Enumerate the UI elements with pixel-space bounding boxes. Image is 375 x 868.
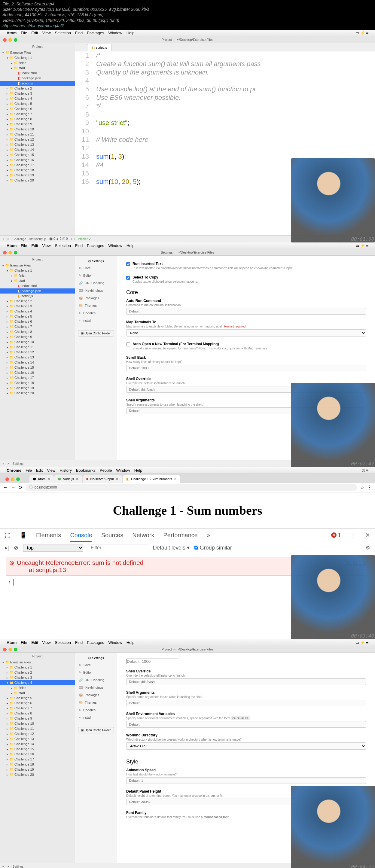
menu-edit[interactable]: Edit xyxy=(31,31,38,35)
tree-folder[interactable]: ▸📁start xyxy=(0,690,75,695)
menu-file[interactable]: File xyxy=(21,31,27,35)
app-name[interactable]: Atom xyxy=(7,640,17,645)
menu-packages[interactable]: Packages xyxy=(87,640,104,645)
tree-folder[interactable]: ▾📁Challenge 1 xyxy=(0,55,75,60)
tree-folder[interactable]: ▸📁Challenge 9 xyxy=(0,334,75,340)
add-terminal-icon[interactable]: + xyxy=(2,865,4,868)
tree-folder[interactable]: ▸📁Challenge 13 xyxy=(0,355,75,360)
nav-editor[interactable]: ✎Editor xyxy=(75,272,117,279)
close-window-icon[interactable] xyxy=(3,38,7,42)
tree-folder[interactable]: ▸📁Challenge 17 xyxy=(0,375,75,380)
input-animation-speed[interactable] xyxy=(126,777,366,784)
tree-folder[interactable]: ▸📁Challenge 6 xyxy=(0,701,75,706)
tree-folder[interactable]: ▸📁Challenge 10 xyxy=(0,127,75,132)
nav-themes[interactable]: 🎨Themes xyxy=(75,302,117,309)
tree-folder[interactable]: ▸📁Challenge 7 xyxy=(0,706,75,711)
tree-file-selected[interactable]: ◧script.js xyxy=(0,81,75,86)
tree-folder[interactable]: ▸📁Challenge 8 xyxy=(0,117,75,122)
tree-folder[interactable]: ▸📁Challenge 11 xyxy=(0,726,75,731)
tree-folder[interactable]: ▸📁finish xyxy=(0,685,75,690)
tab-close-icon[interactable]: ✕ xyxy=(116,477,118,481)
status-diagnostics[interactable]: ⬤ 0 ▲ 0 ⓘ 0 xyxy=(49,237,68,241)
tree-folder[interactable]: ▸📁Challenge 7 xyxy=(0,324,75,329)
settings-icon[interactable]: ⚙ xyxy=(365,545,370,551)
checkbox-auto-open[interactable] xyxy=(126,342,130,346)
tree-folder[interactable]: ▸📁Challenge 18 xyxy=(0,380,75,385)
devtools-tab-console[interactable]: Console xyxy=(70,532,92,542)
tree-folder[interactable]: ▸📁Challenge 11 xyxy=(0,345,75,350)
devtools-tab-network[interactable]: Network xyxy=(132,532,154,539)
tree-folder[interactable]: ▸📁Challenge 16 xyxy=(0,157,75,162)
tree-folder[interactable]: ▸📁Challenge 15 xyxy=(0,152,75,157)
tree-folder[interactable]: ▸📁Challenge 12 xyxy=(0,350,75,355)
tree-folder[interactable]: ▸📁Challenge 3 xyxy=(0,91,75,96)
checkbox-select-copy[interactable] xyxy=(126,276,130,280)
minimize-window-icon[interactable] xyxy=(11,477,14,481)
tree-folder[interactable]: ▸📁Challenge 1 xyxy=(0,665,75,670)
add-terminal-icon[interactable]: + xyxy=(2,462,4,465)
nav-uri[interactable]: 🔗URI Handling xyxy=(75,279,117,287)
tree-file-selected[interactable]: ◧package.json xyxy=(0,288,75,293)
maximize-window-icon[interactable] xyxy=(14,38,18,42)
app-name[interactable]: Atom xyxy=(7,31,17,35)
tree-folder[interactable]: ▸📁Challenge 2 xyxy=(0,299,75,304)
minimize-window-icon[interactable] xyxy=(8,648,12,651)
menu-file[interactable]: File xyxy=(21,243,27,248)
close-window-icon[interactable] xyxy=(3,251,7,254)
menu-view[interactable]: View xyxy=(42,243,51,248)
context-select[interactable]: top xyxy=(23,544,83,552)
tree-root[interactable]: ▾📁Exercise Files xyxy=(0,660,75,665)
menu-edit[interactable]: Edit xyxy=(31,640,38,645)
editor-tab[interactable]: ◧script.js xyxy=(87,44,112,51)
menu-view[interactable]: View xyxy=(42,31,51,35)
devtools-menu-icon[interactable]: ⋮ xyxy=(350,531,356,539)
menu-window[interactable]: Window xyxy=(108,640,122,645)
close-window-icon[interactable] xyxy=(5,477,9,481)
maximize-window-icon[interactable] xyxy=(14,251,18,254)
source-url[interactable]: https://sanet.st/blogs/training4all/ xyxy=(2,24,64,28)
tree-folder[interactable]: ▸📁Challenge 19 xyxy=(0,385,75,391)
tree-folder[interactable]: ▸📁Challenge 4 xyxy=(0,309,75,314)
tree-folder[interactable]: ▸📁Challenge 14 xyxy=(0,742,75,747)
menu-view[interactable]: View xyxy=(47,468,55,473)
tree-root[interactable]: ▾📁Exercise Files xyxy=(0,50,75,55)
menu-window[interactable]: Window xyxy=(116,468,130,473)
tab-atom[interactable]: ⬢Atom✕ xyxy=(29,475,54,483)
tree-folder[interactable]: ▾📁start xyxy=(0,65,75,71)
error-count-badge[interactable]: ✕1 xyxy=(331,532,341,539)
nav-packages[interactable]: 📦Packages xyxy=(75,294,117,302)
tree-folder[interactable]: ▸📁Challenge 16 xyxy=(0,370,75,375)
nav-updates[interactable]: ↻Updates xyxy=(75,706,117,714)
menu-edit[interactable]: Edit xyxy=(36,468,43,473)
devtools-close-icon[interactable]: ✕ xyxy=(365,531,370,539)
tree-folder[interactable]: ▸📁Challenge 20 xyxy=(0,178,75,183)
input-auto-run[interactable] xyxy=(126,308,366,315)
url-bar[interactable]: ⓘ localhost:3000 xyxy=(26,484,357,491)
devtools-tab-elements[interactable]: Elements xyxy=(36,532,61,539)
tab-nodejs[interactable]: ⬢Node.js✕ xyxy=(54,475,82,483)
tree-folder[interactable]: ▸📁Challenge 14 xyxy=(0,147,75,152)
nav-uri[interactable]: 🔗URI Handling xyxy=(75,676,117,684)
minimize-window-icon[interactable] xyxy=(8,251,12,254)
menu-find[interactable]: Find xyxy=(75,640,83,645)
tree-folder[interactable]: ▾📁Challenge 1 xyxy=(0,268,75,273)
tree-folder[interactable]: ▸📁Challenge 17 xyxy=(0,757,75,762)
menu-packages[interactable]: Packages xyxy=(87,243,104,248)
tree-folder[interactable]: ▸📁Challenge 8 xyxy=(0,711,75,716)
tree-folder[interactable]: ▸📁Challenge 19 xyxy=(0,767,75,772)
filter-input[interactable] xyxy=(88,544,148,551)
tree-file[interactable]: ◧index.html xyxy=(0,283,75,288)
tree-folder[interactable]: ▸📁Challenge 5 xyxy=(0,101,75,106)
menu-file[interactable]: File xyxy=(21,640,27,645)
nav-install[interactable]: +Install xyxy=(75,714,117,721)
device-icon[interactable]: 📱 xyxy=(20,531,27,539)
select-map-terminals[interactable]: None xyxy=(126,329,366,337)
tree-folder[interactable]: ▸📁Challenge 16 xyxy=(0,752,75,757)
tree-folder[interactable]: ▸📁Challenge 18 xyxy=(0,762,75,767)
menu-file[interactable]: File xyxy=(26,468,32,473)
tree-folder[interactable]: ▸📁Challenge 17 xyxy=(0,162,75,168)
nav-keybindings[interactable]: ⌨Keybindings xyxy=(75,287,117,294)
menu-help[interactable]: Help xyxy=(134,468,143,473)
menu-help[interactable]: Help xyxy=(126,31,135,35)
close-terminal-icon[interactable]: ✕ xyxy=(7,237,10,241)
